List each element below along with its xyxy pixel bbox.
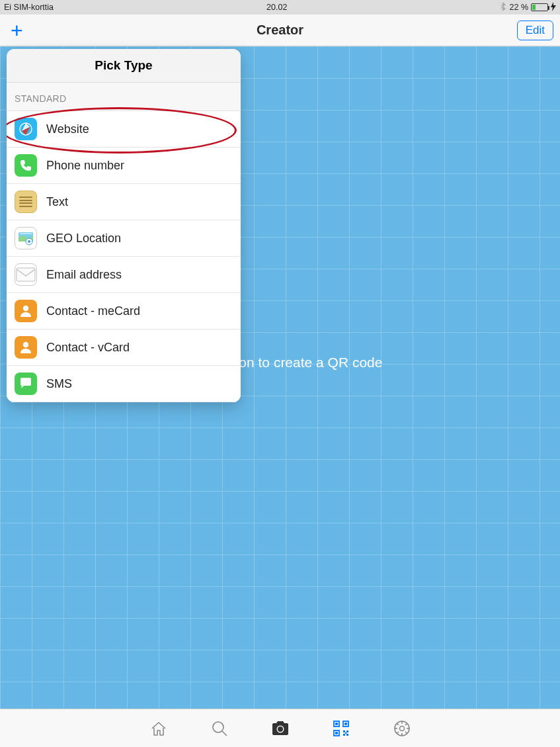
type-item-label: SMS xyxy=(46,377,72,391)
svg-rect-19 xyxy=(343,734,345,736)
nav-bar: + Creator Edit xyxy=(0,15,560,46)
type-item-label: Contact - meCard xyxy=(46,304,140,318)
battery-icon xyxy=(531,3,548,11)
svg-rect-21 xyxy=(345,732,346,734)
svg-rect-20 xyxy=(346,734,348,736)
notes-icon xyxy=(15,191,37,213)
type-item-sms[interactable]: SMS xyxy=(7,366,241,402)
svg-line-8 xyxy=(222,731,227,736)
tab-settings[interactable] xyxy=(392,719,412,738)
type-item-label: Text xyxy=(46,195,68,209)
compass-icon xyxy=(15,118,37,140)
person-icon xyxy=(15,300,37,322)
tab-camera[interactable] xyxy=(270,719,290,738)
phone-icon xyxy=(15,154,37,177)
charging-icon xyxy=(551,2,556,13)
edit-button[interactable]: Edit xyxy=(517,21,553,40)
add-button[interactable]: + xyxy=(7,21,27,40)
type-item-geo[interactable]: GEO Location xyxy=(7,220,241,257)
type-item-website[interactable]: Website xyxy=(7,111,241,148)
pick-type-popover: Pick Type STANDARD Website Phone number … xyxy=(7,49,241,402)
svg-rect-17 xyxy=(343,730,345,732)
svg-rect-12 xyxy=(336,723,337,725)
section-label-standard: STANDARD xyxy=(7,83,241,111)
svg-point-10 xyxy=(278,726,283,732)
type-item-label: Website xyxy=(46,122,89,136)
svg-point-6 xyxy=(23,342,28,347)
svg-line-28 xyxy=(397,723,399,725)
type-item-label: Contact - vCard xyxy=(46,341,130,355)
envelope-icon xyxy=(15,263,37,286)
status-time: 20.02 xyxy=(54,3,500,12)
svg-point-23 xyxy=(399,726,404,730)
person-icon xyxy=(15,336,37,359)
type-item-label: Phone number xyxy=(46,159,124,173)
tab-bar xyxy=(0,709,560,747)
svg-rect-14 xyxy=(345,723,346,725)
status-right: 22 % xyxy=(500,2,557,13)
svg-point-7 xyxy=(213,722,223,732)
svg-point-3 xyxy=(28,240,30,243)
content-area: Tap + button to create a QR code Pick Ty… xyxy=(0,46,560,709)
status-bar: Ei SIM-korttia 20.02 22 % xyxy=(0,0,560,15)
type-item-email[interactable]: Email address xyxy=(7,257,241,293)
battery-percent: 22 % xyxy=(510,3,529,12)
svg-rect-16 xyxy=(336,732,337,734)
svg-line-29 xyxy=(405,732,407,734)
bluetooth-icon xyxy=(500,2,507,13)
svg-line-30 xyxy=(405,723,407,725)
tab-home[interactable] xyxy=(149,719,169,738)
chat-bubble-icon xyxy=(15,373,37,395)
type-item-vcard[interactable]: Contact - vCard xyxy=(7,330,241,366)
tab-search[interactable] xyxy=(210,719,229,738)
type-item-text[interactable]: Text xyxy=(7,184,241,220)
svg-rect-18 xyxy=(346,730,348,732)
type-item-mecard[interactable]: Contact - meCard xyxy=(7,293,241,330)
svg-rect-4 xyxy=(17,268,35,281)
page-title: Creator xyxy=(0,22,560,38)
type-item-phone[interactable]: Phone number xyxy=(7,148,241,184)
map-icon xyxy=(15,227,37,249)
svg-line-31 xyxy=(397,732,399,734)
popover-title: Pick Type xyxy=(7,49,241,83)
carrier-label: Ei SIM-korttia xyxy=(4,3,54,12)
type-item-label: Email address xyxy=(46,268,122,282)
type-item-label: GEO Location xyxy=(46,232,121,245)
tab-qrcode[interactable] xyxy=(331,719,351,738)
svg-point-5 xyxy=(23,306,28,311)
